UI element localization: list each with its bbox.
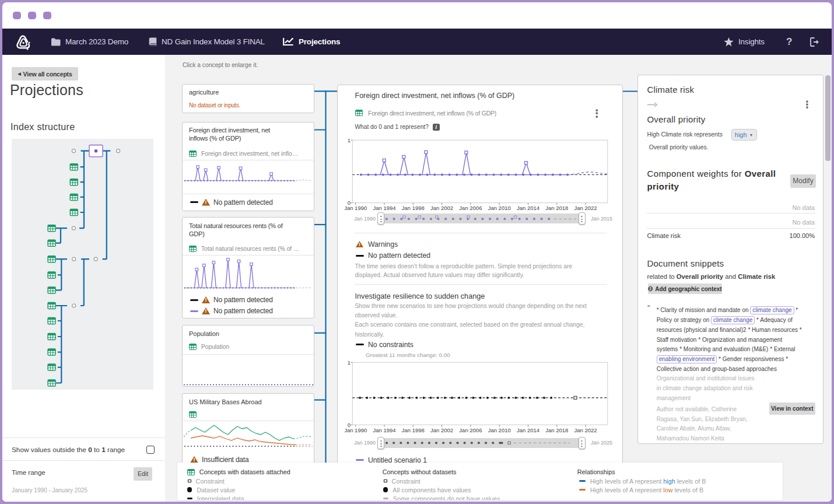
svg-text:Jan 2010: Jan 2010 [488,426,511,433]
svg-text:Jan 1998: Jan 1998 [402,205,425,211]
svg-text:Jan 2006: Jan 2006 [459,205,482,211]
svg-text:Jan 2022: Jan 2022 [574,205,597,211]
svg-text:Jan 2018: Jan 2018 [545,205,568,211]
svg-text:1: 1 [348,359,351,366]
svg-text:Jan 1990: Jan 1990 [345,205,367,211]
svg-text:1: 1 [348,137,351,144]
svg-text:Jan 1998: Jan 1998 [402,426,425,433]
svg-text:Jan 2002: Jan 2002 [430,426,453,433]
svg-text:Jan 2018: Jan 2018 [545,426,568,433]
svg-text:Jan 2002: Jan 2002 [430,205,453,211]
svg-text:Jan 2010: Jan 2010 [488,205,511,211]
svg-text:Jan 1994: Jan 1994 [373,426,395,433]
svg-text:Jan 1994: Jan 1994 [373,205,395,211]
svg-text:Jan 2014: Jan 2014 [517,426,539,433]
svg-text:Jan 1990: Jan 1990 [345,426,367,433]
svg-text:Jan 2022: Jan 2022 [574,426,597,433]
svg-text:Jan 2014: Jan 2014 [517,205,539,211]
svg-text:Jan 2006: Jan 2006 [459,426,482,433]
